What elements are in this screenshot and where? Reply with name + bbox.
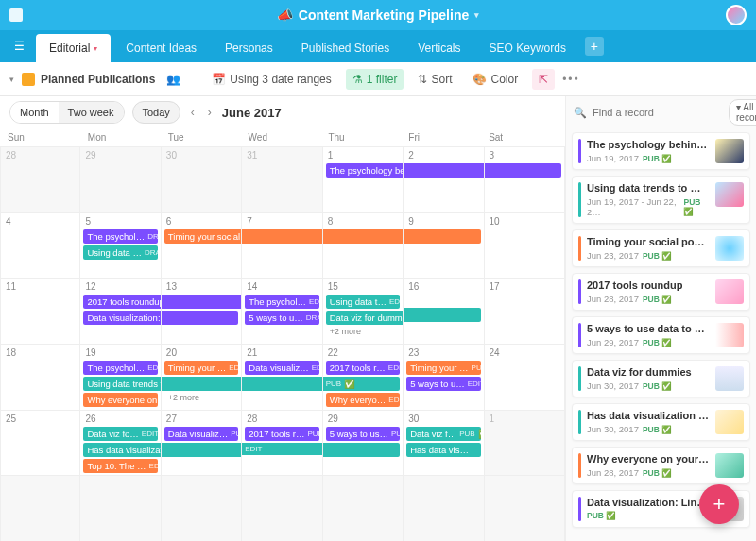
event[interactable]: The psychol… DRAFT (83, 229, 157, 244)
color-bar (578, 497, 581, 521)
share-button[interactable]: ⇱ (532, 69, 555, 90)
event[interactable]: Has data vis… (406, 443, 480, 457)
filter-button[interactable]: ⚗1 filter (346, 69, 404, 90)
event[interactable]: 2017 tools r… EDIT (326, 361, 400, 375)
event[interactable]: Data viz f… PUB ✅ (406, 427, 480, 441)
scale-month[interactable]: Month (10, 102, 59, 123)
event[interactable]: The psychology behind data viz DRAFT ✏️ (326, 163, 404, 178)
expand-views-icon[interactable]: ▾ (9, 75, 14, 84)
card-meta: Jun 28, 2017 PUB ✅ (587, 294, 710, 304)
base-title[interactable]: 📣 Content Marketing Pipeline ▾ (277, 8, 479, 23)
event[interactable]: Data visualiz… EDIT (245, 361, 318, 375)
color-bar (578, 323, 581, 347)
calendar-view-icon (22, 73, 35, 86)
record-card[interactable]: Using data trends to man…Jun 19, 2017 - … (572, 176, 750, 224)
record-card[interactable]: Has data visualization ch…Jun 30, 2017 P… (572, 403, 750, 441)
more-events[interactable]: +2 more (326, 325, 400, 338)
color-bar (578, 236, 581, 261)
view-name[interactable]: Planned Publications (22, 73, 155, 86)
weekday-header: SunMonTueWedThuFriSat (0, 128, 565, 146)
tab-content-ideas[interactable]: Content Ideas (112, 34, 210, 62)
today-button[interactable]: Today (132, 101, 180, 124)
event[interactable]: 5 ways to us… PUB ✅ (326, 427, 400, 441)
view-scale-toggle: Month Two week (9, 101, 125, 124)
table-tabs: ☰ Editorial▾ Content Ideas Personas Publ… (0, 30, 756, 62)
event[interactable]: 2017 tools roundup DRAFT ✏️ (83, 295, 161, 309)
prev-month-button[interactable]: ‹ (188, 106, 198, 119)
event[interactable]: 5 ways to u… DRAFT (245, 311, 318, 325)
event[interactable]: Data visualiz… PUB ✅ (164, 427, 238, 441)
flag-icon: 📣 (277, 8, 293, 23)
view-toolbar: ▾ Planned Publications 👥 📅 Using 3 date … (0, 62, 756, 96)
chevron-down-icon: ▾ (94, 44, 97, 53)
event[interactable]: Why everyo… EDIT (326, 393, 400, 407)
more-options-button[interactable]: ••• (562, 73, 580, 86)
tab-seo-keywords[interactable]: SEO Keywords (476, 34, 579, 62)
month-label: June 2017 (222, 106, 282, 120)
card-title: Why everyone on your te… (587, 453, 710, 465)
tab-personas[interactable]: Personas (212, 34, 286, 62)
color-bar (578, 279, 581, 304)
color-bar (578, 410, 581, 434)
event[interactable]: Top 10: The … EDIT (83, 459, 157, 473)
color-button[interactable]: 🎨 Color (466, 69, 524, 90)
card-title: The psychology behind d… (587, 139, 710, 150)
user-avatar[interactable] (726, 5, 747, 25)
add-record-fab[interactable]: + (699, 484, 739, 524)
record-card[interactable]: 5 ways to use data to sell…Jun 29, 2017 … (572, 316, 750, 354)
event[interactable]: The psychol… EDIT (83, 361, 157, 375)
add-tab-button[interactable]: + (585, 37, 604, 56)
record-card[interactable]: The psychology behind d…Jun 19, 2017 PUB… (572, 132, 750, 170)
event[interactable]: Using data t… EDIT (326, 295, 400, 309)
card-title: Timing your social posts … (587, 236, 710, 247)
card-thumbnail (715, 139, 744, 163)
record-card-list: The psychology behind d…Jun 19, 2017 PUB… (566, 128, 756, 541)
color-bar (578, 139, 581, 163)
chevron-down-icon: ▾ (474, 10, 479, 20)
event[interactable]: Using data … DRAFT (83, 245, 157, 260)
card-meta: PUB ✅ (587, 511, 710, 520)
scale-two-week[interactable]: Two week (59, 102, 124, 123)
card-meta: Jun 29, 2017 PUB ✅ (587, 337, 710, 347)
record-card[interactable]: Why everyone on your te…Jun 28, 2017 PUB… (572, 447, 750, 484)
card-thumbnail (715, 323, 744, 347)
event[interactable]: Data viz for dummies DRAFT (326, 311, 404, 325)
card-thumbnail (715, 366, 744, 391)
more-events[interactable]: +2 more (164, 391, 238, 404)
card-meta: Jun 30, 2017 PUB ✅ (587, 424, 710, 434)
event[interactable]: Timing your social posts for success DRA… (164, 229, 242, 244)
event[interactable]: Timing your … EDIT (164, 361, 238, 375)
record-card[interactable]: 2017 tools roundupJun 28, 2017 PUB ✅ (572, 273, 750, 311)
card-meta: Jun 19, 2017 - Jun 22, 2… PUB ✅ (587, 196, 710, 217)
date-ranges-button[interactable]: 📅 Using 3 date ranges (205, 69, 337, 90)
tab-published-stories[interactable]: Published Stories (288, 34, 403, 62)
record-card[interactable]: Timing your social posts …Jun 23, 2017 P… (572, 229, 750, 267)
event[interactable]: Why everyone on your team need… DRAFT (83, 393, 157, 407)
card-meta: Jun 19, 2017 PUB ✅ (587, 153, 710, 163)
record-card[interactable]: Data viz for dummiesJun 30, 2017 PUB ✅ (572, 360, 750, 397)
menu-icon[interactable]: ☰ (8, 35, 30, 58)
card-meta: Jun 28, 2017 PUB ✅ (587, 467, 710, 478)
app-logo-icon[interactable] (9, 8, 23, 22)
event[interactable]: Timing your … PUB ✅ (406, 361, 480, 375)
event[interactable]: Data viz fo… EDIT (83, 427, 157, 441)
color-bar (578, 366, 581, 391)
event[interactable]: PUB ✅ (323, 377, 400, 391)
event[interactable]: Data visualization: Linking left brain &… (83, 311, 161, 325)
sort-button[interactable]: ⇅ Sort (411, 69, 458, 90)
event[interactable]: The psychol… EDIT (245, 295, 318, 309)
search-input[interactable] (593, 107, 723, 118)
records-filter-pill[interactable]: ▾ All records (729, 99, 756, 126)
event[interactable]: 5 ways to u… EDIT (406, 377, 480, 391)
filter-icon: ⚗ (352, 73, 363, 86)
event[interactable]: Using data trends to manage your merchan… (83, 377, 161, 391)
tab-editorial[interactable]: Editorial▾ (36, 34, 111, 62)
collaborators-icon[interactable]: 👥 (166, 73, 180, 86)
next-month-button[interactable]: › (205, 106, 215, 119)
calendar-grid: 28 29 30 31 1 The psychology behind data… (0, 146, 565, 541)
tab-verticals[interactable]: Verticals (404, 34, 473, 62)
event[interactable]: Has data visualization changed the busin… (83, 443, 161, 457)
event[interactable]: 2017 tools r… PUB ✅ (245, 427, 318, 441)
calendar-pane: Month Two week Today ‹ › June 2017 SunMo… (0, 96, 565, 541)
card-thumbnail (715, 410, 744, 434)
